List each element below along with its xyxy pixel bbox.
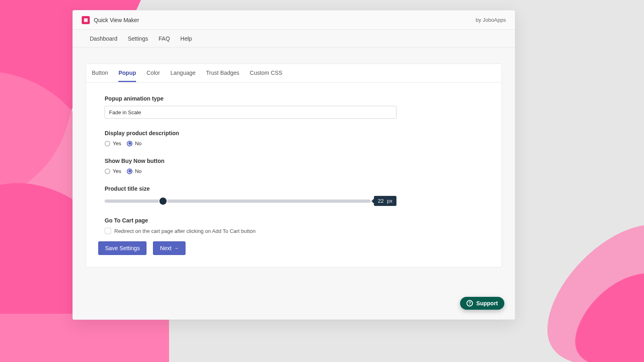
radio-label: Yes xyxy=(113,140,121,146)
support-label: Support xyxy=(476,300,498,306)
settings-card: Button Popup Color Language Trust Badges… xyxy=(86,64,502,267)
arrow-right-icon: → xyxy=(174,245,179,251)
byline: by JoboApps xyxy=(476,17,506,23)
radio-show-buy-now-yes[interactable]: Yes xyxy=(105,168,121,174)
tab-bar: Button Popup Color Language Trust Badges… xyxy=(86,64,502,82)
radio-icon xyxy=(127,169,132,174)
button-label: Save Settings xyxy=(105,245,140,251)
group-title-size: Product title size 22 px xyxy=(105,185,483,206)
label-title-size: Product title size xyxy=(105,185,483,192)
label-show-buy-now: Show Buy Now button xyxy=(105,158,483,164)
radio-display-description-no[interactable]: No xyxy=(127,140,142,146)
support-button[interactable]: ? Support xyxy=(460,297,504,310)
checkbox-label: Redirect on the cart page after clicking… xyxy=(114,228,256,234)
nav-help[interactable]: Help xyxy=(180,35,192,42)
label-animation-type: Popup animation type xyxy=(105,95,483,102)
slider-unit: px xyxy=(387,198,392,204)
select-animation-value: Fade in Scale xyxy=(109,109,141,115)
navbar: Dashboard Settings FAQ Help xyxy=(73,30,515,47)
help-icon: ? xyxy=(466,300,473,306)
label-display-description: Display product description xyxy=(105,130,483,136)
nav-faq[interactable]: FAQ xyxy=(159,35,170,42)
brand-icon: ▦ xyxy=(82,16,90,24)
radio-label: Yes xyxy=(113,168,121,174)
radio-icon xyxy=(127,141,132,146)
nav-dashboard[interactable]: Dashboard xyxy=(90,35,118,42)
radio-label: No xyxy=(135,168,142,174)
topbar: ▦ Quick View Maker by JoboApps xyxy=(73,10,515,30)
group-display-description: Display product description Yes No xyxy=(105,130,483,146)
group-go-to-cart: Go To Cart page Redirect on the cart pag… xyxy=(105,217,483,234)
slider-title-size[interactable] xyxy=(105,200,371,203)
app-title: Quick View Maker xyxy=(94,17,139,23)
tab-custom-css[interactable]: Custom CSS xyxy=(250,70,283,82)
select-animation-type[interactable]: Fade in Scale xyxy=(105,106,396,119)
radio-display-description-yes[interactable]: Yes xyxy=(105,140,121,146)
checkbox-redirect-cart[interactable] xyxy=(105,228,111,234)
settings-form: Popup animation type Fade in Scale Displ… xyxy=(86,82,502,234)
app-shell: ▦ Quick View Maker by JoboApps Dashboard… xyxy=(72,10,515,320)
slider-thumb[interactable] xyxy=(159,197,167,205)
nav-settings[interactable]: Settings xyxy=(128,35,149,42)
save-settings-button[interactable]: Save Settings xyxy=(98,241,147,255)
svg-rect-0 xyxy=(0,314,169,362)
slider-value: 22 xyxy=(378,198,384,204)
radio-label: No xyxy=(135,140,142,146)
brand: ▦ Quick View Maker xyxy=(82,16,139,24)
content-area: Button Popup Color Language Trust Badges… xyxy=(73,47,515,267)
button-label: Next xyxy=(160,245,171,251)
tab-popup[interactable]: Popup xyxy=(118,70,136,82)
group-animation-type: Popup animation type Fade in Scale xyxy=(105,95,483,119)
tab-color[interactable]: Color xyxy=(147,70,160,82)
tab-language[interactable]: Language xyxy=(171,70,196,82)
group-show-buy-now: Show Buy Now button Yes No xyxy=(105,158,483,174)
tab-button[interactable]: Button xyxy=(92,70,108,82)
label-go-to-cart: Go To Cart page xyxy=(105,217,483,224)
radio-show-buy-now-no[interactable]: No xyxy=(127,168,142,174)
slider-value-badge: 22 px xyxy=(374,196,396,206)
form-actions: Save Settings Next → xyxy=(98,241,489,255)
next-button[interactable]: Next → xyxy=(153,241,186,255)
tab-trust-badges[interactable]: Trust Badges xyxy=(206,70,239,82)
radio-icon xyxy=(105,169,110,174)
radio-icon xyxy=(105,141,110,146)
